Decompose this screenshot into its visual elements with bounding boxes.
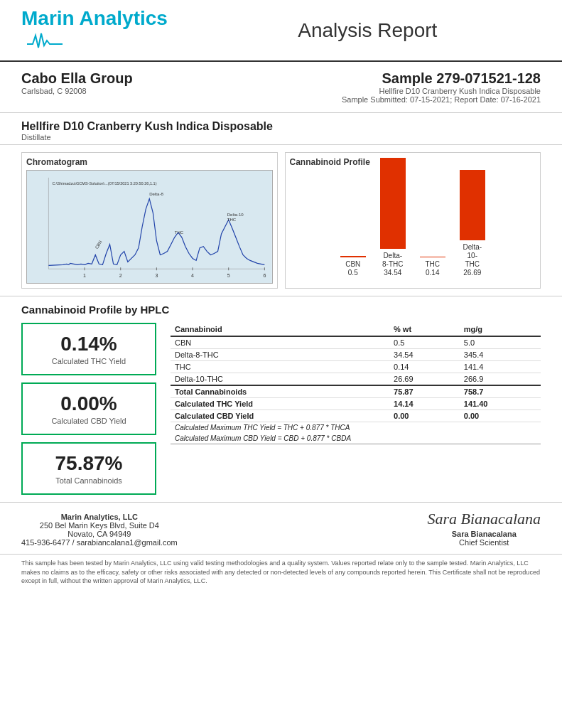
bar-thc-label: THC	[425, 260, 440, 269]
formula2-text: Calculated Maximum CBD Yield = CBD + 0.8…	[171, 433, 541, 444]
footer-company-name: Marin Analytics, LLC	[21, 513, 178, 521]
svg-text:6: 6	[263, 273, 266, 278]
footer-section: Marin Analytics, LLC 250 Bel Marin Keys …	[0, 503, 562, 555]
thc-yield-value: 0.14%	[34, 333, 144, 355]
formula1-row: Calculated Maximum THC Yield = THC + 0.8…	[171, 422, 541, 434]
total-pct: 75.87	[389, 385, 460, 398]
svg-text:Delta-10: Delta-10	[227, 213, 244, 217]
hplc-section: Cannabinoid Profile by HPLC 0.14% Calcul…	[0, 296, 562, 503]
total-name: Total Cannabinoids	[171, 385, 389, 398]
chromatogram-box: Chromatogram 1 2	[21, 152, 278, 289]
disclaimer-text: This sample has been tested by Marin Ana…	[21, 559, 541, 586]
bar-delta8-label: Delta- 8-THC	[382, 252, 403, 269]
footer-address2: Novato, CA 94949	[21, 530, 178, 538]
formula2-row: Calculated Maximum CBD Yield = CBD + 0.8…	[171, 433, 541, 444]
bar-cbn-label: CBN	[345, 260, 360, 269]
yield-boxes: 0.14% Calculated THC Yield 0.00% Calcula…	[21, 323, 156, 495]
total-cannabinoids-row: Total Cannabinoids 75.87 758.7	[171, 385, 541, 398]
cbd-yield-value: 0.00%	[34, 392, 144, 415]
bar-thc-value: 0.14	[426, 269, 439, 277]
calc-cbd-mgg: 0.00	[460, 410, 541, 422]
footer-contact: 415-936-6477 / sarabiancalana1@gmail.com	[21, 538, 178, 547]
logo-section: Marin Analytics	[21, 7, 195, 53]
bar-delta10-label: Delta- 10- THC	[463, 243, 482, 269]
svg-text:THC: THC	[227, 218, 237, 222]
row-delta10-mgg: 266.9	[460, 373, 541, 386]
bar-delta10: Delta- 10- THC 26.69	[460, 170, 485, 277]
footer-signature-section: Sara Bianacalana Sara Bianacalana Chief …	[428, 510, 541, 547]
row-thc-mgg: 141.4	[460, 361, 541, 373]
client-address: Carlsbad, C 92008	[21, 87, 281, 95]
hplc-title: Cannabinoid Profile by HPLC	[21, 304, 541, 316]
signature: Sara Bianacalana	[428, 510, 541, 528]
thc-yield-box: 0.14% Calculated THC Yield	[21, 323, 156, 375]
charts-section: Chromatogram 1 2	[0, 145, 562, 296]
chromatogram-title: Chromatogram	[26, 157, 273, 167]
bar-thc: THC 0.14	[420, 257, 445, 277]
table-row: THC 0.14 141.4	[171, 361, 541, 373]
cbd-yield-label: Calculated CBD Yield	[34, 417, 144, 425]
row-cbn-name: CBN	[171, 336, 389, 349]
bar-cbn: CBN 0.5	[340, 256, 366, 277]
row-delta8-name: Delta-8-THC	[171, 349, 389, 361]
footer-address1: 250 Bel Marin Keys Blvd, Suite D4	[21, 521, 178, 530]
footer-company-info: Marin Analytics, LLC 250 Bel Marin Keys …	[21, 513, 178, 547]
formula1-text: Calculated Maximum THC Yield = THC + 0.8…	[171, 422, 541, 434]
total-mgg: 758.7	[460, 385, 541, 398]
header: Marin Analytics Analysis Report	[0, 0, 562, 62]
logo-text: Marin Analytics	[21, 7, 168, 29]
bar-delta8: Delta- 8-THC 34.54	[380, 158, 406, 277]
table-header-pct: % wt	[389, 323, 460, 336]
calc-thc-row: Calculated THC Yield 14.14 141.40	[171, 398, 541, 410]
report-title: Analysis Report	[195, 19, 541, 42]
calc-thc-pct: 14.14	[389, 398, 460, 410]
sample-id: Sample 279-071521-128	[281, 70, 541, 87]
bar-chart: CBN 0.5 Delta- 8-THC 34.54 THC 0.14	[290, 170, 536, 277]
row-delta10-pct: 26.69	[389, 373, 460, 386]
sample-dates: Sample Submitted: 07-15-2021; Report Dat…	[281, 95, 541, 104]
svg-text:3: 3	[155, 273, 158, 278]
row-delta8-pct: 34.54	[389, 349, 460, 361]
bar-cbn-value: 0.5	[348, 269, 358, 277]
svg-text:THC: THC	[175, 230, 184, 235]
table-header-cannabinoid: Cannabinoid	[171, 323, 389, 336]
bar-delta10-rect	[460, 170, 485, 240]
svg-text:5: 5	[227, 273, 230, 278]
table-header-mgg: mg/g	[460, 323, 541, 336]
cbd-yield-box: 0.00% Calculated CBD Yield	[21, 382, 156, 435]
svg-text:2: 2	[119, 273, 122, 278]
thc-yield-label: Calculated THC Yield	[34, 357, 144, 365]
svg-text:1: 1	[83, 273, 86, 278]
total-cannabinoids-box: 75.87% Total Cannabinoids	[21, 442, 156, 495]
bar-delta8-value: 34.54	[384, 269, 401, 277]
sample-info: Sample 279-071521-128 Hellfire D10 Cranb…	[281, 70, 541, 104]
bar-delta10-value: 26.69	[463, 269, 481, 277]
row-thc-name: THC	[171, 361, 389, 373]
cannabinoid-table: Cannabinoid % wt mg/g CBN 0.5 5.0 Delta-…	[171, 323, 541, 495]
table-row: Delta-8-THC 34.54 345.4	[171, 349, 541, 361]
client-info: Cabo Ella Group Carlsbad, C 92008	[21, 70, 281, 104]
calc-thc-mgg: 141.40	[460, 398, 541, 410]
cannabinoid-profile-box: Cannabinoid Profile CBN 0.5 Delta- 8-THC…	[285, 152, 541, 289]
bar-delta8-rect	[380, 158, 406, 249]
product-type: Distillate	[21, 133, 541, 141]
hplc-content: 0.14% Calculated THC Yield 0.00% Calcula…	[21, 323, 541, 495]
row-cbn-pct: 0.5	[389, 336, 460, 349]
table-row: CBN 0.5 5.0	[171, 336, 541, 349]
svg-text:C:\Shimadzu\GCMS-Solution\...(: C:\Shimadzu\GCMS-Solution\...(07/15/2021…	[52, 181, 156, 186]
calc-cbd-pct: 0.00	[389, 410, 460, 422]
calc-cbd-row: Calculated CBD Yield 0.00 0.00	[171, 410, 541, 422]
svg-text:4: 4	[191, 273, 194, 278]
row-thc-pct: 0.14	[389, 361, 460, 373]
scientist-title: Chief Scientist	[428, 538, 541, 547]
scientist-name: Sara Bianacalana	[428, 530, 541, 538]
sample-product-name: Hellfire D10 Cranberry Kush Indica Dispo…	[281, 87, 541, 95]
chromatogram-image: 1 2 3 4 5 6 CBN Delta-8 THC Delta-10 THC…	[26, 170, 273, 284]
row-delta10-name: Delta-10-THC	[171, 373, 389, 386]
svg-text:Delta-8: Delta-8	[149, 192, 163, 196]
product-section: Hellfire D10 Cranberry Kush Indica Dispo…	[0, 113, 562, 145]
calc-cbd-name: Calculated CBD Yield	[171, 410, 389, 422]
client-sample-section: Cabo Ella Group Carlsbad, C 92008 Sample…	[0, 62, 562, 113]
bar-thc-rect	[420, 257, 445, 257]
table-row: Delta-10-THC 26.69 266.9	[171, 373, 541, 386]
